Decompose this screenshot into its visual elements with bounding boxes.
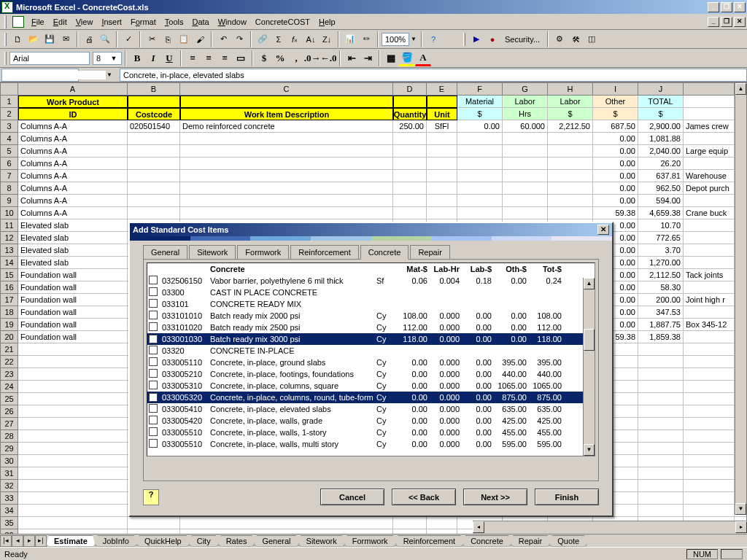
cell-6-F[interactable]	[457, 158, 503, 170]
col-header-C[interactable]: C	[180, 83, 393, 96]
sheet-tab-sitework[interactable]: Sitework	[298, 535, 345, 547]
cell-7-I[interactable]: 0.00	[593, 170, 638, 182]
cell-19-J[interactable]: 1,887.75	[638, 319, 684, 331]
name-box-dropdown-icon[interactable]: ▼	[106, 71, 112, 78]
dialog-tab-general[interactable]: General	[143, 245, 187, 260]
row-header-14[interactable]: 14	[1, 257, 18, 269]
row-header-29[interactable]: 29	[1, 443, 18, 455]
fmt-handle[interactable]	[4, 52, 7, 65]
row-header-5[interactable]: 5	[1, 145, 18, 158]
cell-31-10[interactable]	[684, 467, 735, 480]
cell-28-0[interactable]	[18, 430, 128, 443]
cell-4-E[interactable]	[427, 133, 457, 145]
cell-23-0[interactable]	[18, 368, 128, 381]
cell-4-G[interactable]	[503, 133, 548, 145]
cell-9-J[interactable]: 594.00	[638, 195, 684, 207]
formula-input[interactable]: Concrete, in-place, elevated slabs	[120, 69, 747, 82]
row-header-17[interactable]: 17	[1, 294, 18, 306]
cost-item-row[interactable]: 033101020Batch ready mix 2500 psiCy112.0…	[147, 322, 595, 333]
cell-9-D[interactable]	[393, 195, 427, 207]
increase-indent-icon[interactable]: ⇥	[360, 50, 376, 66]
cell-27-10[interactable]	[684, 418, 735, 430]
cell-4-J[interactable]: 1,081.88	[638, 133, 684, 145]
cell-4-F[interactable]	[457, 133, 503, 145]
item-checkbox[interactable]	[149, 276, 158, 284]
cell-10-J[interactable]: 4,659.38	[638, 207, 684, 219]
comma-icon[interactable]: ,	[288, 50, 304, 66]
row-header-4[interactable]: 4	[1, 133, 18, 145]
row-header-21[interactable]: 21	[1, 343, 18, 356]
redo-icon[interactable]: ↷	[231, 31, 247, 47]
cell-1-F[interactable]: Material	[457, 96, 503, 108]
cell-2-A[interactable]: ID	[18, 108, 128, 120]
cell-27-9[interactable]	[638, 418, 684, 430]
select-all-cell[interactable]	[1, 83, 18, 96]
cell-5-G[interactable]	[503, 145, 548, 158]
font-size-dropdown-icon[interactable]: ▼	[109, 55, 118, 62]
doc-minimize-button[interactable]: _	[708, 17, 719, 27]
menu-insert[interactable]: Insert	[97, 16, 126, 28]
cell-26-9[interactable]	[638, 405, 684, 418]
cell-7-C[interactable]	[180, 170, 393, 182]
tab-nav-first-icon[interactable]: |◂	[0, 535, 12, 547]
item-checkbox[interactable]	[149, 311, 158, 319]
cell-13-A[interactable]: Elevated slab	[18, 244, 128, 257]
borders-icon[interactable]: ▦	[383, 50, 399, 66]
name-box[interactable]: ▼	[1, 69, 79, 82]
cell-3-H[interactable]: 2,212.50	[548, 120, 593, 133]
cell-10-E[interactable]	[427, 207, 457, 219]
cell-2-K[interactable]	[684, 108, 735, 120]
cell-4-I[interactable]: 0.00	[593, 133, 638, 145]
align-right-icon[interactable]: ≡	[217, 50, 233, 66]
row-header-25[interactable]: 25	[1, 393, 18, 405]
cell-8-A[interactable]: Columns A-A	[18, 182, 128, 195]
autosum-icon[interactable]: Σ	[271, 31, 287, 47]
col-header-F[interactable]: F	[457, 83, 503, 96]
sheet-tab-city[interactable]: City	[189, 535, 219, 547]
row-header-16[interactable]: 16	[1, 281, 18, 294]
cell-7-A[interactable]: Columns A-A	[18, 170, 128, 182]
cell-28-9[interactable]	[638, 430, 684, 443]
cell-24-0[interactable]	[18, 381, 128, 393]
cancel-button[interactable]: Cancel	[320, 489, 384, 505]
bold-icon[interactable]: B	[129, 50, 145, 66]
col-header-B[interactable]: B	[128, 83, 180, 96]
hscroll-left-icon[interactable]: ◂	[473, 521, 484, 533]
cell-6-D[interactable]	[393, 158, 427, 170]
item-checkbox[interactable]	[149, 322, 158, 331]
zoom-dropdown-icon[interactable]: ▼	[409, 36, 418, 42]
cell-8-F[interactable]	[457, 182, 503, 195]
cost-item-row[interactable]: 033005510Concrete, in-place, walls, mult…	[147, 438, 595, 450]
col-header-[interactable]	[684, 83, 735, 96]
row-header-11[interactable]: 11	[1, 219, 18, 232]
cell-19-K[interactable]: Box 345-12	[684, 319, 735, 331]
cell-4-H[interactable]	[548, 133, 593, 145]
cell-10-F[interactable]	[457, 207, 503, 219]
dialog-tab-reinforcement[interactable]: Reinforcement	[290, 245, 359, 260]
cell-31-0[interactable]	[18, 467, 128, 480]
underline-icon[interactable]: U	[161, 50, 177, 66]
finish-button[interactable]: Finish	[535, 489, 599, 505]
cell-22-10[interactable]	[684, 356, 735, 368]
menu-window[interactable]: Window	[214, 16, 251, 28]
cell-9-B[interactable]	[128, 195, 180, 207]
cell-6-C[interactable]	[180, 158, 393, 170]
record-macro-icon[interactable]: ●	[484, 31, 500, 47]
cell-30-0[interactable]	[18, 455, 128, 467]
tab-nav-prev-icon[interactable]: ◂	[12, 535, 23, 547]
cell-33-9[interactable]	[638, 492, 684, 505]
cell-7-J[interactable]: 637.81	[638, 170, 684, 182]
cost-item-row[interactable]: 033005110Concrete, in-place, ground slab…	[147, 357, 595, 368]
cell-20-K[interactable]	[684, 331, 735, 343]
item-checkbox[interactable]	[149, 439, 158, 448]
row-header-19[interactable]: 19	[1, 319, 18, 331]
menu-edit[interactable]: Edit	[49, 16, 71, 28]
cell-17-A[interactable]: Foundation wall	[18, 294, 128, 306]
row-header-7[interactable]: 7	[1, 170, 18, 182]
sheet-tab-general[interactable]: General	[254, 535, 298, 547]
cell-16-A[interactable]: Foundation wall	[18, 281, 128, 294]
cell-3-C[interactable]: Demo reinforced concrete	[180, 120, 393, 133]
row-header-15[interactable]: 15	[1, 269, 18, 281]
font-color-icon[interactable]: A	[415, 50, 431, 66]
name-box-input[interactable]	[2, 71, 106, 79]
